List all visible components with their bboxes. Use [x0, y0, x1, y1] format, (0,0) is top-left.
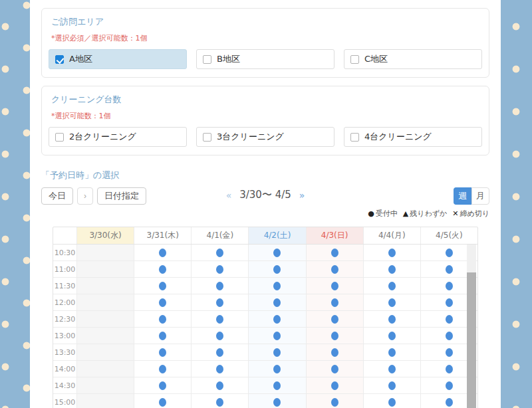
- available-slot-icon[interactable]: [388, 365, 396, 373]
- available-slot-icon[interactable]: [331, 298, 338, 307]
- calendar-slot-cell[interactable]: [248, 361, 305, 377]
- next-week-icon[interactable]: »: [299, 190, 305, 201]
- available-slot-icon[interactable]: [216, 298, 223, 307]
- available-slot-icon[interactable]: [331, 249, 338, 257]
- available-slot-icon[interactable]: [273, 282, 281, 290]
- available-slot-icon[interactable]: [388, 348, 396, 357]
- available-slot-icon[interactable]: [331, 348, 338, 357]
- calendar-slot-cell[interactable]: [363, 361, 420, 377]
- calendar-slot-cell[interactable]: [191, 311, 248, 327]
- available-slot-icon[interactable]: [159, 282, 166, 290]
- available-slot-icon[interactable]: [159, 249, 166, 257]
- calendar-slot-cell[interactable]: [134, 245, 191, 260]
- available-slot-icon[interactable]: [388, 381, 396, 390]
- available-slot-icon[interactable]: [273, 398, 281, 407]
- calendar-slot-cell[interactable]: [134, 394, 191, 408]
- prev-week-icon[interactable]: «: [226, 190, 232, 201]
- available-slot-icon[interactable]: [273, 315, 281, 324]
- available-slot-icon[interactable]: [216, 249, 223, 257]
- cleaning-count-option[interactable]: 2台クリーニング: [49, 127, 187, 147]
- calendar-slot-cell[interactable]: [134, 344, 191, 360]
- available-slot-icon[interactable]: [446, 282, 453, 290]
- calendar-slot-cell[interactable]: [306, 394, 363, 408]
- calendar-slot-cell[interactable]: [306, 311, 363, 327]
- available-slot-icon[interactable]: [388, 332, 396, 340]
- available-slot-icon[interactable]: [446, 365, 453, 373]
- available-slot-icon[interactable]: [331, 282, 338, 290]
- calendar-slot-cell[interactable]: [306, 344, 363, 360]
- available-slot-icon[interactable]: [446, 298, 453, 307]
- calendar-slot-cell[interactable]: [248, 294, 305, 310]
- calendar-slot-cell[interactable]: [134, 294, 191, 310]
- available-slot-icon[interactable]: [159, 298, 166, 307]
- available-slot-icon[interactable]: [388, 249, 396, 257]
- calendar-slot-cell[interactable]: [306, 294, 363, 310]
- calendar-slot-cell[interactable]: [248, 377, 305, 393]
- available-slot-icon[interactable]: [388, 282, 396, 290]
- calendar-slot-cell[interactable]: [306, 361, 363, 377]
- available-slot-icon[interactable]: [331, 265, 338, 274]
- available-slot-icon[interactable]: [159, 265, 166, 274]
- calendar-slot-cell[interactable]: [191, 294, 248, 310]
- checkbox-unchecked-icon[interactable]: [350, 133, 359, 142]
- checkbox-unchecked-icon[interactable]: [55, 133, 64, 142]
- calendar-slot-cell[interactable]: [363, 394, 420, 408]
- calendar-slot-cell[interactable]: [191, 278, 248, 294]
- available-slot-icon[interactable]: [159, 348, 166, 357]
- calendar-slot-cell[interactable]: [191, 394, 248, 408]
- available-slot-icon[interactable]: [446, 381, 453, 390]
- available-slot-icon[interactable]: [159, 381, 166, 390]
- available-slot-icon[interactable]: [273, 265, 281, 274]
- calendar-slot-cell[interactable]: [191, 261, 248, 277]
- visit-area-option[interactable]: A地区: [49, 49, 187, 69]
- available-slot-icon[interactable]: [216, 398, 223, 407]
- calendar-slot-cell[interactable]: [306, 278, 363, 294]
- available-slot-icon[interactable]: [446, 348, 453, 357]
- today-button[interactable]: 今日: [41, 187, 73, 205]
- available-slot-icon[interactable]: [216, 282, 223, 290]
- available-slot-icon[interactable]: [273, 348, 281, 357]
- available-slot-icon[interactable]: [216, 265, 223, 274]
- calendar-slot-cell[interactable]: [191, 344, 248, 360]
- calendar-slot-cell[interactable]: [248, 261, 305, 277]
- available-slot-icon[interactable]: [331, 315, 338, 324]
- available-slot-icon[interactable]: [446, 249, 453, 257]
- available-slot-icon[interactable]: [216, 381, 223, 390]
- available-slot-icon[interactable]: [388, 398, 396, 407]
- visit-area-option[interactable]: C地区: [344, 49, 482, 69]
- calendar-slot-cell[interactable]: [363, 328, 420, 344]
- checkbox-checked-icon[interactable]: [55, 55, 64, 64]
- calendar-slot-cell[interactable]: [134, 328, 191, 344]
- available-slot-icon[interactable]: [159, 315, 166, 324]
- calendar-slot-cell[interactable]: [134, 311, 191, 327]
- calendar-slot-cell[interactable]: [191, 377, 248, 393]
- calendar-slot-cell[interactable]: [306, 245, 363, 260]
- available-slot-icon[interactable]: [216, 365, 223, 373]
- available-slot-icon[interactable]: [331, 398, 338, 407]
- available-slot-icon[interactable]: [273, 381, 281, 390]
- calendar-slot-cell[interactable]: [134, 278, 191, 294]
- checkbox-unchecked-icon[interactable]: [350, 55, 359, 64]
- calendar-scrollbar-thumb[interactable]: [467, 272, 476, 408]
- calendar-slot-cell[interactable]: [248, 278, 305, 294]
- visit-area-option[interactable]: B地区: [196, 49, 334, 69]
- calendar-slot-cell[interactable]: [248, 311, 305, 327]
- available-slot-icon[interactable]: [216, 348, 223, 357]
- checkbox-unchecked-icon[interactable]: [203, 55, 211, 64]
- calendar-slot-cell[interactable]: [134, 261, 191, 277]
- available-slot-icon[interactable]: [331, 332, 338, 340]
- calendar-slot-cell[interactable]: [134, 377, 191, 393]
- calendar-slot-cell[interactable]: [248, 394, 305, 408]
- calendar-slot-cell[interactable]: [248, 245, 305, 260]
- week-view-button[interactable]: 週: [454, 187, 471, 205]
- next-day-button[interactable]: ›: [77, 187, 93, 205]
- available-slot-icon[interactable]: [446, 315, 453, 324]
- calendar-slot-cell[interactable]: [363, 294, 420, 310]
- date-picker-button[interactable]: 日付指定: [97, 187, 146, 205]
- calendar-scrollbar-track[interactable]: [467, 245, 476, 408]
- calendar-slot-cell[interactable]: [363, 261, 420, 277]
- calendar-slot-cell[interactable]: [191, 328, 248, 344]
- calendar-slot-cell[interactable]: [363, 377, 420, 393]
- cleaning-count-option[interactable]: 4台クリーニング: [344, 127, 482, 147]
- available-slot-icon[interactable]: [273, 298, 281, 307]
